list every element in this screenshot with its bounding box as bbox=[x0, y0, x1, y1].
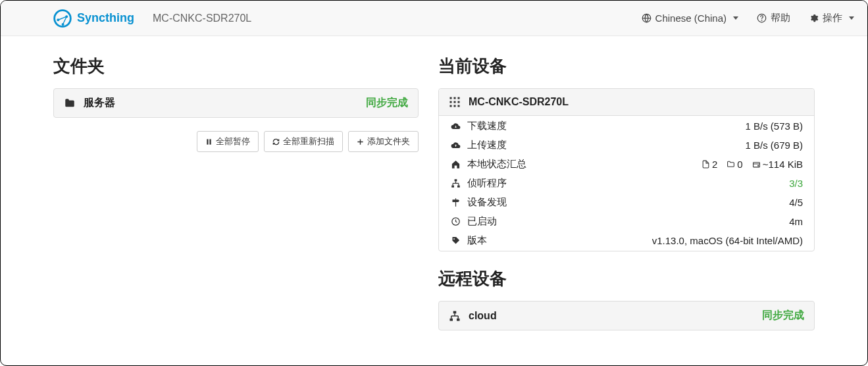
folder-outline-icon bbox=[727, 160, 735, 169]
svg-rect-18 bbox=[458, 105, 460, 107]
caret-down-icon bbox=[849, 16, 854, 20]
brand-logo[interactable]: Syncthing bbox=[53, 9, 134, 28]
actions-dropdown[interactable]: 操作 bbox=[809, 12, 854, 24]
home-icon bbox=[451, 159, 461, 169]
cloud-download-icon bbox=[451, 121, 461, 131]
svg-rect-19 bbox=[454, 97, 456, 99]
svg-rect-22 bbox=[454, 105, 456, 107]
caret-down-icon bbox=[733, 16, 738, 20]
svg-rect-14 bbox=[450, 97, 452, 99]
globe-icon bbox=[642, 13, 651, 23]
rescan-all-button[interactable]: 全部重新扫描 bbox=[264, 131, 343, 152]
pause-all-button[interactable]: 全部暂停 bbox=[197, 131, 259, 152]
this-device-name: MC-CNKC-SDR270L bbox=[469, 96, 569, 108]
discovery-link[interactable]: 4/5 bbox=[789, 197, 803, 208]
gear-icon bbox=[809, 13, 819, 23]
remote-device-status: 同步完成 bbox=[762, 309, 804, 323]
svg-rect-17 bbox=[454, 101, 456, 103]
this-device-panel: MC-CNKC-SDR270L 下载速度 1 B/s (573 B) 上传速度 … bbox=[438, 88, 815, 251]
qr-icon bbox=[449, 96, 461, 108]
svg-rect-10 bbox=[207, 139, 208, 144]
svg-rect-37 bbox=[457, 318, 460, 321]
actions-label: 操作 bbox=[823, 12, 842, 24]
signpost-icon bbox=[451, 197, 461, 207]
help-icon bbox=[757, 13, 767, 23]
svg-rect-28 bbox=[457, 186, 460, 188]
syncthing-logo-icon bbox=[53, 9, 72, 28]
svg-point-9 bbox=[761, 20, 762, 20]
file-icon bbox=[702, 160, 710, 169]
svg-rect-26 bbox=[454, 179, 457, 181]
upload-row: 上传速度 1 B/s (679 B) bbox=[440, 136, 813, 154]
devices-column: 当前设备 MC-CNKC-SDR270L 下载速度 1 B/s (573 B) … bbox=[438, 55, 815, 330]
remote-device-panel[interactable]: cloud 同步完成 bbox=[438, 301, 815, 330]
svg-rect-35 bbox=[453, 311, 457, 313]
svg-point-25 bbox=[757, 165, 758, 166]
folders-heading: 文件夹 bbox=[53, 55, 419, 78]
version-row: 版本 v1.13.0, macOS (64-bit Intel/AMD) bbox=[440, 232, 813, 249]
refresh-icon bbox=[272, 138, 280, 145]
help-label: 帮助 bbox=[771, 12, 790, 24]
plus-icon bbox=[357, 138, 364, 145]
folder-icon bbox=[64, 97, 76, 109]
sitemap-icon bbox=[451, 178, 461, 188]
svg-rect-21 bbox=[458, 101, 460, 103]
remote-device-name: cloud bbox=[469, 310, 497, 322]
network-icon bbox=[449, 310, 461, 322]
tag-icon bbox=[451, 236, 461, 246]
svg-rect-36 bbox=[450, 318, 453, 321]
this-device-heading: 当前设备 bbox=[438, 55, 815, 78]
cloud-upload-icon bbox=[451, 140, 461, 150]
this-device-header[interactable]: MC-CNKC-SDR270L bbox=[439, 89, 814, 116]
nav-device-name: MC-CNKC-SDR270L bbox=[153, 13, 251, 24]
listeners-row: 侦听程序 3/3 bbox=[440, 174, 813, 192]
svg-point-34 bbox=[453, 238, 455, 240]
svg-rect-27 bbox=[451, 186, 454, 188]
svg-rect-23 bbox=[753, 162, 759, 167]
svg-rect-15 bbox=[458, 97, 460, 99]
disk-icon bbox=[752, 160, 761, 169]
navbar: Syncthing MC-CNKC-SDR270L Chinese (China… bbox=[1, 1, 867, 36]
svg-rect-16 bbox=[450, 105, 452, 107]
listeners-link[interactable]: 3/3 bbox=[789, 178, 803, 189]
brand-text: Syncthing bbox=[77, 11, 134, 25]
language-label: Chinese (China) bbox=[655, 13, 727, 24]
add-folder-button[interactable]: 添加文件夹 bbox=[348, 131, 419, 152]
help-link[interactable]: 帮助 bbox=[757, 12, 790, 24]
pause-icon bbox=[205, 138, 213, 145]
uptime-row: 已启动 4m bbox=[440, 213, 813, 230]
folder-name: 服务器 bbox=[84, 96, 115, 110]
clock-icon bbox=[451, 217, 461, 226]
svg-rect-11 bbox=[209, 139, 211, 144]
discovery-row: 设备发现 4/5 bbox=[440, 194, 813, 211]
svg-rect-20 bbox=[450, 101, 452, 103]
folder-panel[interactable]: 服务器 同步完成 bbox=[53, 88, 419, 118]
folders-column: 文件夹 服务器 同步完成 全部暂停 全部重新扫描 bbox=[53, 55, 419, 330]
folder-status: 同步完成 bbox=[366, 96, 408, 110]
local-state-row: 本地状态汇总 2 0 ~114 KiB bbox=[440, 155, 813, 173]
download-row: 下载速度 1 B/s (573 B) bbox=[440, 117, 813, 135]
remote-devices-heading: 远程设备 bbox=[438, 267, 815, 290]
language-dropdown[interactable]: Chinese (China) bbox=[642, 13, 738, 24]
